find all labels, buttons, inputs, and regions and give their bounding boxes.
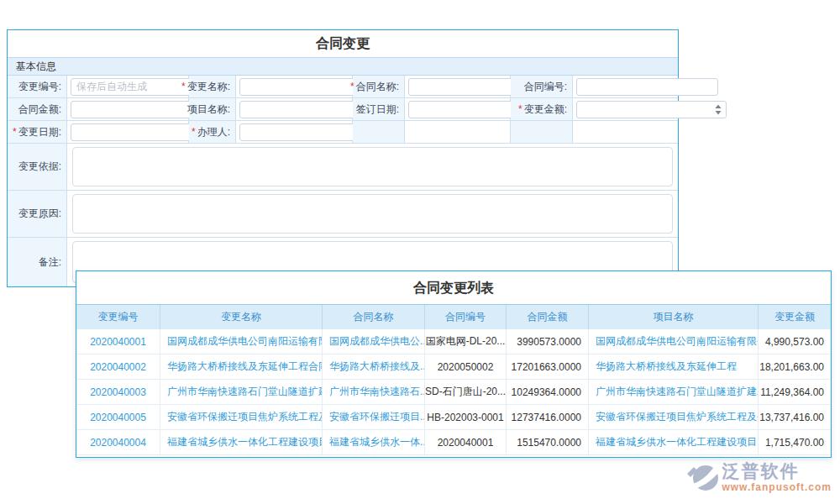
- table-row: 2020040005安徽省环保搬迁项目焦炉系统工程及...安徽省环保搬迁项目..…: [76, 405, 831, 430]
- table-cell-link[interactable]: 国网成都成华供电公司南阳运输有限...: [160, 329, 323, 354]
- table-cell-link[interactable]: 华扬路大桥桥接线及东延伸工程合同: [160, 354, 323, 380]
- table-cell-link[interactable]: 广州市华南快速路石...: [323, 380, 425, 405]
- table-cell-link[interactable]: 2020040002: [76, 354, 160, 380]
- table-cell: 12737416.0000: [507, 405, 589, 430]
- change-basis-row: 变更依据:: [8, 144, 678, 191]
- contract-change-list-panel: 合同变更列表 变更编号变更名称合同名称合同编号合同金额项目名称变更金额 2020…: [76, 270, 832, 458]
- table-cell-link[interactable]: 华扬路大桥桥接线及东延伸工程: [589, 354, 759, 380]
- fanpu-logo-icon: [686, 461, 720, 498]
- fanpu-logo: 泛普软件 www.fanpusoft.com: [686, 461, 832, 498]
- change-name-label: *变更名称:: [189, 76, 236, 98]
- table-cell-link[interactable]: 广州市华南快速路石门堂山隧道扩建工...: [589, 380, 759, 405]
- table-cell-link[interactable]: 华扬路大桥桥接线及...: [323, 354, 425, 380]
- table-row: 2020040001国网成都成华供电公司南阳运输有限...国网成都成华供电公..…: [76, 329, 831, 354]
- table-cell: 13,737,416.00: [759, 405, 831, 430]
- column-header: 项目名称: [589, 305, 759, 329]
- table-cell-link[interactable]: 国网成都成华供电公...: [323, 329, 425, 354]
- brand-name: 泛普软件: [722, 461, 832, 481]
- project-name-label: 项目名称:: [189, 98, 236, 121]
- table-cell-link[interactable]: 福建省城乡供水一体化工程建设项目...: [160, 430, 323, 455]
- project-name-cell: [236, 98, 353, 121]
- contract-name-cell: [405, 76, 511, 98]
- change-amount-cell: [573, 98, 678, 121]
- table-cell-link[interactable]: 安徽省环保搬迁项目焦炉系统工程及公...: [589, 405, 759, 430]
- change-basis-cell: [67, 144, 678, 191]
- table-cell: 17201663.0000: [507, 354, 589, 380]
- table-cell: 3990573.0000: [507, 329, 589, 354]
- empty-label-cell: [353, 121, 405, 144]
- table-row: 2020040003广州市华南快速路石门堂山隧道扩建...广州市华南快速路石..…: [76, 380, 831, 405]
- contract-change-form-panel: 合同变更 基本信息 变更编号: *变更名称: *合同名称: 合同编号: 合同金额…: [7, 29, 679, 287]
- table-cell: 10249364.0000: [507, 380, 589, 405]
- sign-date-cell: [405, 98, 511, 121]
- table-cell-link[interactable]: 2020040003: [76, 380, 160, 405]
- column-header: 合同编号: [425, 305, 507, 329]
- form-title: 合同变更: [8, 30, 678, 57]
- column-header: 合同金额: [507, 305, 589, 329]
- column-header: 变更编号: [76, 305, 160, 329]
- table-cell: SD-石门唐山-20...: [425, 380, 507, 405]
- contract-no-label: 合同编号:: [511, 76, 573, 98]
- table-cell-link[interactable]: 安徽省环保搬迁项目焦炉系统工程及...: [160, 405, 323, 430]
- change-reason-cell: [67, 191, 678, 238]
- change-reason-row: 变更原因:: [8, 191, 678, 238]
- contract-name-label: *合同名称:: [353, 76, 405, 98]
- table-cell: 18,201,663.00: [759, 354, 831, 380]
- sign-date-label: 签订日期:: [353, 98, 405, 121]
- change-basis-label: 变更依据:: [8, 144, 67, 191]
- table-cell-link[interactable]: 2020040001: [76, 329, 160, 354]
- contract-no-input[interactable]: [580, 81, 714, 92]
- change-no-label: 变更编号:: [8, 76, 67, 98]
- change-name-cell: [236, 76, 353, 98]
- table-cell: 1515470.0000: [507, 430, 589, 455]
- spinner-icon[interactable]: [714, 104, 722, 115]
- table-header-row: 变更编号变更名称合同名称合同编号合同金额项目名称变更金额: [76, 304, 831, 329]
- section-basic-info: 基本信息: [8, 57, 678, 76]
- handler-cell: [236, 121, 353, 144]
- table-cell: 国家电网-DL-20...: [425, 329, 507, 354]
- empty-input-cell: [405, 121, 511, 144]
- form-row-1: 变更编号: *变更名称: *合同名称: 合同编号:: [8, 76, 678, 98]
- table-row: 2020040004福建省城乡供水一体化工程建设项目...福建省城乡供水一体..…: [76, 430, 831, 455]
- table-cell-link[interactable]: 2020040005: [76, 405, 160, 430]
- change-reason-label: 变更原因:: [8, 191, 67, 238]
- change-date-cell: [67, 121, 189, 144]
- table-cell-link[interactable]: 福建省城乡供水一体化工程建设项目: [589, 430, 759, 455]
- contract-amount-cell: [67, 98, 189, 121]
- contract-no-cell: [573, 76, 678, 98]
- table-cell: 4,990,573.00: [759, 329, 831, 354]
- change-basis-textarea[interactable]: [72, 147, 673, 186]
- column-header: 合同名称: [323, 305, 425, 329]
- form-row-2: 合同金额: 项目名称: 签订日期: *变更金额:: [8, 98, 678, 121]
- change-reason-textarea[interactable]: [72, 194, 673, 234]
- handler-label: *办理人:: [189, 121, 236, 144]
- change-date-label: *变更日期:: [8, 121, 67, 144]
- change-no-cell: [67, 76, 189, 98]
- table-cell-link[interactable]: 广州市华南快速路石门堂山隧道扩建...: [160, 380, 323, 405]
- table-body: 2020040001国网成都成华供电公司南阳运输有限...国网成都成华供电公..…: [76, 329, 831, 455]
- table-cell: HB-202003-0001: [425, 405, 507, 430]
- table-cell: 2020050002: [425, 354, 507, 380]
- brand-url[interactable]: www.fanpusoft.com: [722, 481, 832, 493]
- column-header: 变更名称: [160, 305, 323, 329]
- table-cell-link[interactable]: 国网成都成华供电公司南阳运输有限公...: [589, 329, 759, 354]
- table-cell: 2020040001: [425, 430, 507, 455]
- list-title: 合同变更列表: [76, 271, 831, 304]
- remark-label: 备注:: [8, 238, 67, 286]
- change-amount-label: *变更金额:: [511, 98, 573, 121]
- column-header: 变更金额: [759, 305, 831, 329]
- table-cell: 1,715,470.00: [759, 430, 831, 455]
- table-row: 2020040002华扬路大桥桥接线及东延伸工程合同华扬路大桥桥接线及...20…: [76, 354, 831, 380]
- empty-input-cell: [573, 121, 678, 144]
- empty-label-cell: [511, 121, 573, 144]
- table-cell-link[interactable]: 2020040004: [76, 430, 160, 455]
- contract-amount-label: 合同金额:: [8, 98, 67, 121]
- table-cell: 11,249,364.00: [759, 380, 831, 405]
- form-row-3: *变更日期: *办理人:: [8, 121, 678, 144]
- table-cell-link[interactable]: 安徽省环保搬迁项目...: [323, 405, 425, 430]
- change-amount-input[interactable]: [580, 103, 714, 115]
- table-cell-link[interactable]: 福建省城乡供水一体...: [323, 430, 425, 455]
